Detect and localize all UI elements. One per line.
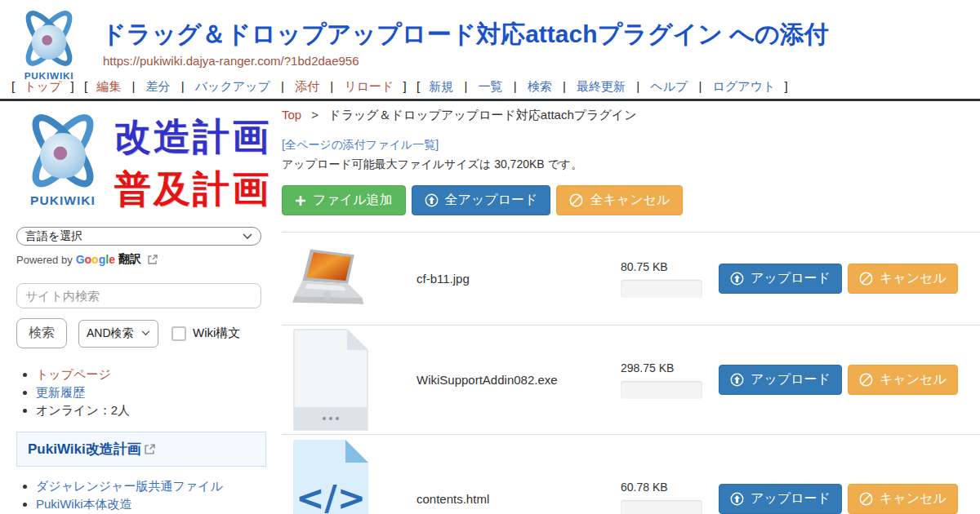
nav-item-logout[interactable]: ログアウト bbox=[713, 79, 776, 93]
google-translate-credit: Powered by Google 翻訳 bbox=[16, 252, 271, 267]
nav-item-search[interactable]: 検索 bbox=[528, 79, 552, 93]
sidebar-section-title-link[interactable]: PukiWiki改造計画 bbox=[28, 440, 141, 459]
file-thumbnail bbox=[290, 329, 372, 431]
breadcrumb-current: ドラッグ＆ドロップアップロード対応attachプラグイン bbox=[328, 108, 636, 122]
sidebar-link-toppage[interactable]: トップページ bbox=[36, 367, 111, 381]
file-row: WikiSupportAddin082.exe 298.75 KB アップロード bbox=[282, 325, 980, 434]
nav-item-help[interactable]: ヘルプ bbox=[650, 79, 688, 93]
upload-button[interactable]: アップロード bbox=[719, 264, 842, 294]
cancel-label: キャンセル bbox=[880, 270, 947, 287]
pukiwiki-banner-logo-text: PUKIWIKI bbox=[30, 193, 96, 207]
nav-item-reload[interactable]: リロード bbox=[344, 79, 394, 93]
breadcrumb-home-link[interactable]: Top bbox=[282, 108, 301, 122]
pukiwiki-logo-icon[interactable]: PUKIWIKI bbox=[13, 5, 85, 83]
banner-text: 改造計画 普及計画 bbox=[114, 113, 271, 214]
search-mode-select[interactable]: AND検索 bbox=[78, 320, 158, 348]
page-header: PUKIWIKI ドラッグ＆ドロップアップロード対応attachプラグイン への… bbox=[0, 0, 980, 101]
sidebar-top-links: トップページ 更新履歴 オンライン：2人 bbox=[16, 366, 271, 419]
main-content: Top > ドラッグ＆ドロップアップロード対応attachプラグイン [全ページ… bbox=[282, 101, 980, 514]
page-url-link[interactable]: https://pukiwiki.dajya-ranger.com/?1bd2d… bbox=[103, 54, 359, 68]
sidebar: PUKIWIKI 改造計画 普及計画 言語を選択 Powered by Goog… bbox=[16, 106, 271, 514]
chevron-down-icon bbox=[141, 330, 150, 336]
sidebar-link-core-mods[interactable]: PukiWiki本体改造 bbox=[36, 497, 132, 511]
sidebar-link-common-files[interactable]: ダジャレンジャー版共通ファイル bbox=[36, 479, 223, 493]
row-actions: アップロード キャンセル bbox=[719, 484, 958, 514]
upload-circle-icon bbox=[730, 492, 744, 506]
cancel-button[interactable]: キャンセル bbox=[848, 484, 958, 514]
upload-all-label: 全アップロード bbox=[445, 192, 538, 209]
laptop-photo-thumbnail bbox=[292, 246, 370, 312]
progress-bar bbox=[621, 381, 702, 399]
nav-item-edit[interactable]: 編集 bbox=[96, 79, 121, 93]
progress-bar bbox=[621, 280, 702, 298]
file-row: </> contents.html 60.78 KB bbox=[282, 434, 980, 514]
generic-file-icon bbox=[293, 329, 368, 431]
wiki-syntax-label: Wiki構文 bbox=[193, 326, 240, 341]
file-size: 60.78 KB bbox=[621, 481, 710, 494]
search-controls: 検索 AND検索 Wiki構文 bbox=[16, 318, 271, 348]
file-size-block: 80.75 KB bbox=[621, 260, 710, 298]
cancel-all-button[interactable]: 全キャンセル bbox=[556, 185, 683, 215]
nav-item-diff[interactable]: 差分 bbox=[146, 79, 171, 93]
upload-button[interactable]: アップロード bbox=[719, 484, 842, 514]
translate-link[interactable]: 翻訳 bbox=[118, 252, 141, 267]
breadcrumb: Top > ドラッグ＆ドロップアップロード対応attachプラグイン bbox=[282, 108, 980, 123]
all-attachments-link[interactable]: [全ページの添付ファイル一覧] bbox=[282, 138, 439, 153]
file-size: 298.75 KB bbox=[621, 361, 710, 374]
banner-fukyuu-keikaku: 普及計画 bbox=[114, 165, 271, 214]
file-thumbnail: </> bbox=[290, 440, 372, 514]
nav-item-backup[interactable]: バックアップ bbox=[195, 79, 270, 93]
nav-item-top[interactable]: トップ bbox=[24, 79, 61, 93]
file-upload-list: cf-b11.jpg 80.75 KB アップロード bbox=[282, 232, 980, 514]
site-search-input[interactable] bbox=[16, 283, 261, 308]
language-select-value: 言語を選択 bbox=[25, 229, 243, 244]
file-size-block: 60.78 KB bbox=[621, 481, 710, 514]
upload-all-button[interactable]: 全アップロード bbox=[412, 185, 551, 215]
ban-circle-icon bbox=[859, 272, 873, 286]
ban-circle-icon bbox=[569, 193, 583, 207]
upload-label: アップロード bbox=[751, 490, 831, 507]
upload-label: アップロード bbox=[751, 371, 831, 388]
nav-item-new[interactable]: 新規 bbox=[429, 79, 453, 93]
bracket: [ bbox=[416, 79, 420, 93]
search-button[interactable]: 検索 bbox=[16, 318, 67, 348]
wiki-syntax-checkbox[interactable] bbox=[172, 326, 186, 341]
add-file-button[interactable]: ファイル追加 bbox=[282, 185, 406, 215]
top-navigation: [ トップ ] [ 編集 | 差分 | バックアップ | 添付 | リロード ]… bbox=[8, 79, 791, 95]
bracket: ] bbox=[403, 79, 407, 93]
cancel-button[interactable]: キャンセル bbox=[848, 264, 958, 294]
search-mode-value: AND検索 bbox=[87, 326, 141, 341]
language-select[interactable]: 言語を選択 bbox=[16, 227, 261, 246]
separator: | bbox=[636, 79, 639, 93]
nav-item-attach[interactable]: 添付 bbox=[295, 79, 319, 93]
separator: | bbox=[330, 79, 333, 93]
sidebar-link-history[interactable]: 更新履歴 bbox=[36, 385, 85, 399]
pukiwiki-banner-logo-icon: PUKIWIKI bbox=[16, 106, 109, 210]
upload-toolbar: ファイル追加 全アップロード 全キャンセル bbox=[282, 185, 980, 215]
powered-by-label: Powered by bbox=[16, 254, 73, 266]
bracket: [ bbox=[84, 79, 87, 93]
file-thumbnail bbox=[290, 246, 372, 312]
separator: | bbox=[131, 79, 135, 93]
cancel-label: キャンセル bbox=[880, 371, 947, 388]
sidebar-banner[interactable]: PUKIWIKI 改造計画 普及計画 bbox=[16, 106, 271, 214]
separator: | bbox=[464, 79, 467, 93]
sidebar-plugin-links: ダジャレンジャー版共通ファイル PukiWiki本体改造 PukiWikiテキス… bbox=[16, 478, 271, 514]
upload-button[interactable]: アップロード bbox=[719, 365, 842, 395]
sidebar-section-box: PukiWiki改造計画 bbox=[16, 432, 266, 467]
external-link-icon bbox=[145, 444, 155, 454]
content-layout: PUKIWIKI 改造計画 普及計画 言語を選択 Powered by Goog… bbox=[0, 101, 980, 512]
file-row: cf-b11.jpg 80.75 KB アップロード bbox=[282, 232, 980, 325]
cancel-all-label: 全キャンセル bbox=[590, 192, 670, 209]
list-item: 更新履歴 bbox=[36, 384, 271, 401]
online-count: オンライン：2人 bbox=[36, 403, 130, 417]
cancel-button[interactable]: キャンセル bbox=[848, 365, 958, 395]
add-file-label: ファイル追加 bbox=[313, 192, 393, 209]
list-item: トップページ bbox=[36, 366, 271, 383]
html-file-icon: </> bbox=[293, 440, 368, 514]
file-size-block: 298.75 KB bbox=[621, 361, 710, 399]
page-title: ドラッグ＆ドロップアップロード対応attachプラグイン への添付 bbox=[101, 18, 829, 51]
ban-circle-icon bbox=[859, 373, 873, 387]
nav-item-list[interactable]: 一覧 bbox=[479, 79, 503, 93]
nav-item-recent[interactable]: 最終更新 bbox=[577, 79, 626, 93]
